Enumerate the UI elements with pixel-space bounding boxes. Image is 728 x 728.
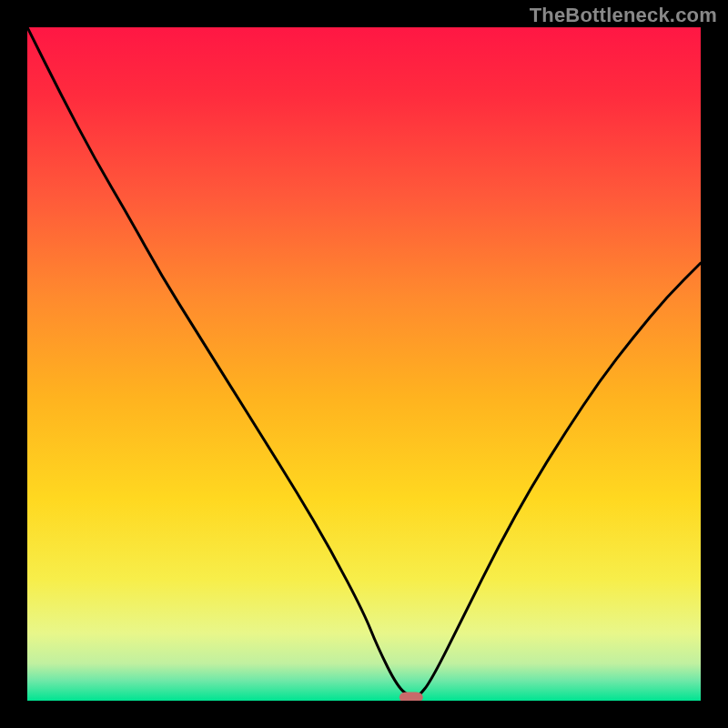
plot-area xyxy=(27,27,701,701)
chart-background xyxy=(27,27,701,701)
watermark-text: TheBottleneck.com xyxy=(530,4,717,27)
minimum-marker xyxy=(399,692,423,701)
chart-frame: TheBottleneck.com xyxy=(0,0,728,728)
chart-svg xyxy=(27,27,701,701)
